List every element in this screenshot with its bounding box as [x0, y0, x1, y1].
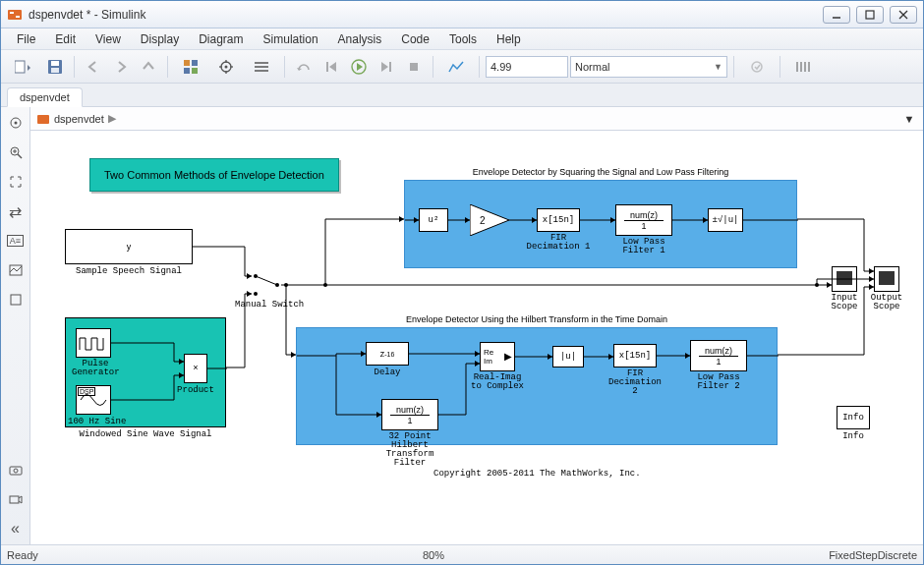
annotation-icon[interactable]: A≡	[6, 231, 26, 251]
svg-rect-7	[15, 61, 25, 73]
svg-line-36	[18, 154, 22, 158]
status-zoom[interactable]: 80%	[38, 549, 829, 561]
simulation-data-button[interactable]	[439, 54, 473, 80]
viewmark-icon[interactable]	[6, 290, 26, 310]
menu-view[interactable]: View	[86, 30, 131, 48]
svg-rect-11	[184, 60, 190, 66]
menubar: File Edit View Display Diagram Simulatio…	[1, 28, 923, 50]
stop-button[interactable]	[401, 54, 427, 80]
zoom-icon[interactable]	[6, 142, 26, 162]
model-explorer-button[interactable]	[245, 54, 278, 80]
forward-button[interactable]	[108, 54, 134, 80]
svg-rect-44	[37, 115, 49, 124]
simulation-mode-value: Normal	[575, 61, 609, 73]
menu-tools[interactable]: Tools	[439, 30, 487, 48]
run-button[interactable]	[346, 54, 372, 80]
back-button[interactable]	[81, 54, 106, 80]
svg-rect-10	[51, 68, 59, 73]
svg-rect-40	[11, 295, 21, 305]
status-solver[interactable]: FixedStepDiscrete	[829, 549, 917, 561]
svg-rect-4	[866, 11, 874, 19]
svg-rect-12	[192, 60, 198, 66]
record-icon[interactable]	[6, 489, 26, 509]
titlebar: dspenvdet * - Simulink	[1, 1, 923, 28]
menu-edit[interactable]: Edit	[45, 30, 86, 48]
svg-rect-2	[16, 16, 20, 18]
svg-point-53	[815, 283, 819, 287]
minimize-button[interactable]	[823, 6, 850, 24]
svg-rect-9	[51, 61, 59, 66]
svg-point-42	[14, 469, 18, 473]
breadcrumb-dropdown[interactable]: ▼	[901, 113, 917, 125]
highlight-icon[interactable]: «	[6, 519, 26, 538]
svg-rect-27	[410, 63, 418, 71]
model-icon	[36, 112, 50, 126]
copyright-text: Copyright 2005-2011 The MathWorks, Inc.	[433, 469, 641, 479]
step-back-button[interactable]	[318, 54, 344, 80]
simulation-mode-select[interactable]: Normal▼	[570, 56, 727, 78]
build-button[interactable]	[740, 54, 774, 80]
tab-dspenvdet[interactable]: dspenvdet	[7, 87, 83, 107]
toolbar: Normal▼	[1, 50, 923, 84]
svg-rect-41	[10, 467, 22, 475]
model-config-button[interactable]	[209, 54, 243, 80]
svg-point-51	[323, 283, 327, 287]
menu-help[interactable]: Help	[487, 30, 531, 48]
new-model-button[interactable]	[7, 54, 40, 80]
window-title: dspenvdet * - Simulink	[29, 8, 823, 22]
maximize-button[interactable]	[856, 6, 884, 24]
svg-rect-24	[326, 62, 328, 72]
model-tabs: dspenvdet	[1, 84, 923, 107]
status-ready: Ready	[7, 549, 38, 561]
breadcrumb: dspenvdet ▶ ▼	[30, 107, 923, 131]
palette-sidebar: ⇄ A≡ «	[1, 107, 30, 544]
update-diagram-button[interactable]	[291, 54, 317, 80]
menu-analysis[interactable]: Analysis	[328, 30, 392, 48]
svg-rect-26	[389, 62, 391, 72]
svg-point-28	[752, 62, 762, 72]
fit-icon[interactable]	[6, 172, 26, 192]
svg-point-34	[14, 122, 17, 125]
menu-diagram[interactable]: Diagram	[189, 30, 253, 48]
screenshot-icon[interactable]	[6, 460, 26, 480]
image-icon[interactable]	[6, 260, 26, 280]
svg-rect-43	[10, 496, 19, 503]
menu-simulation[interactable]: Simulation	[254, 30, 328, 48]
step-forward-button[interactable]	[374, 54, 399, 80]
menu-file[interactable]: File	[7, 30, 45, 48]
svg-rect-14	[192, 68, 198, 74]
svg-rect-0	[8, 10, 22, 20]
svg-rect-13	[184, 68, 190, 74]
save-button[interactable]	[42, 54, 68, 80]
library-browser-button[interactable]	[174, 54, 207, 80]
close-button[interactable]	[890, 6, 917, 24]
find-button[interactable]	[786, 54, 820, 80]
simulink-icon	[7, 7, 23, 23]
model-canvas[interactable]: Two Common Methods of Envelope Detection…	[30, 131, 923, 544]
toggle-sample-time-icon[interactable]: ⇄	[6, 201, 26, 221]
up-button[interactable]	[136, 54, 161, 80]
menu-code[interactable]: Code	[391, 30, 439, 48]
menu-display[interactable]: Display	[131, 30, 189, 48]
stop-time-input[interactable]	[486, 56, 568, 78]
breadcrumb-model[interactable]: dspenvdet	[54, 113, 104, 125]
svg-point-16	[225, 65, 228, 68]
svg-point-52	[284, 283, 288, 287]
hide-browser-icon[interactable]	[6, 113, 26, 133]
svg-rect-1	[10, 12, 14, 14]
statusbar: Ready 80% FixedStepDiscrete	[1, 544, 923, 564]
chevron-right-icon: ▶	[108, 112, 116, 125]
